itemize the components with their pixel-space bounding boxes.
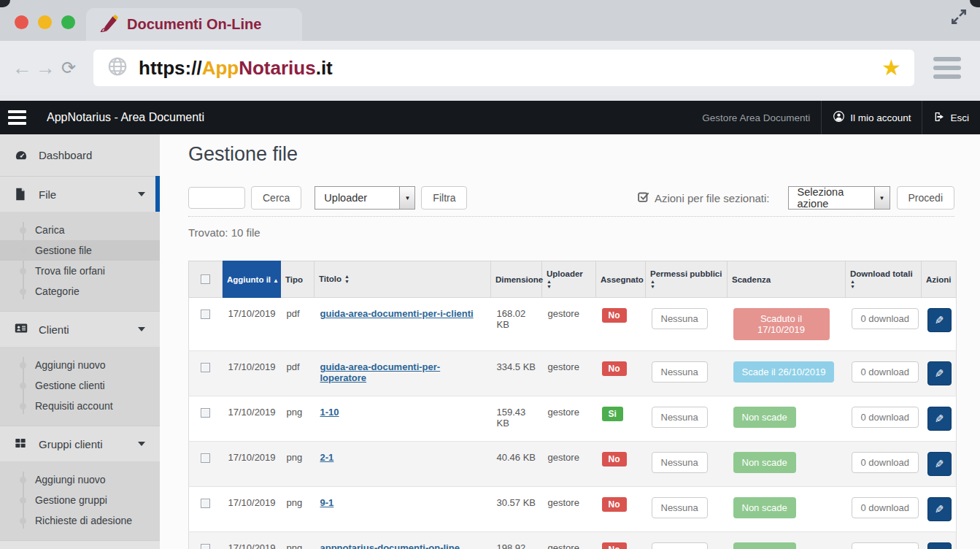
- sidebar-item-trova-file-orfani[interactable]: Trova file orfani: [0, 261, 160, 281]
- expiry-badge: Non scade: [733, 407, 796, 428]
- edit-button[interactable]: ✎: [927, 542, 952, 549]
- row-checkbox[interactable]: [201, 544, 210, 549]
- browser-window: Documenti On-Line ← → ⟳ https://AppNotar…: [0, 0, 980, 549]
- row-checkbox[interactable]: [201, 453, 210, 463]
- permissions-button[interactable]: Nessuna: [652, 542, 708, 549]
- sidebar-item-carica[interactable]: Carica: [0, 220, 160, 240]
- header-permessi-pubblici[interactable]: Permessi pubblici▲▼: [646, 261, 728, 298]
- sidebar-item-categorie[interactable]: Categorie: [0, 281, 160, 302]
- sidebar-item-gruppi-clienti[interactable]: Gruppi clienti: [0, 426, 160, 461]
- sidebar-item-aggiungi-nuovo-gruppo[interactable]: Aggiungi nuovo: [0, 469, 160, 490]
- chevron-down-icon: [138, 192, 145, 196]
- file-title-link[interactable]: 2-1: [320, 452, 334, 463]
- expiry-badge: Scaduto il 17/10/2019: [733, 308, 830, 340]
- row-checkbox[interactable]: [201, 499, 210, 508]
- header-select-all: [189, 261, 223, 298]
- file-title-link[interactable]: 1-10: [320, 407, 339, 418]
- select-arrow-icon: ▼: [874, 187, 890, 209]
- permissions-button[interactable]: Nessuna: [652, 308, 708, 329]
- close-window-button[interactable]: [15, 15, 28, 29]
- uploader-select[interactable]: Uploader ▼: [315, 186, 415, 210]
- row-checkbox[interactable]: [201, 408, 210, 418]
- sidebar-toggle-icon[interactable]: [0, 101, 35, 134]
- sidebar-item-file[interactable]: File: [0, 176, 160, 212]
- bookmark-star-icon[interactable]: ★: [881, 57, 901, 79]
- minimize-window-button[interactable]: [38, 15, 52, 29]
- cell-size: 40.46 KB: [491, 442, 542, 487]
- permissions-button[interactable]: Nessuna: [652, 407, 708, 428]
- expiry-badge: Non scade: [733, 542, 796, 549]
- sidebar-item-richieste-di-adesione[interactable]: Richieste di adesione: [0, 510, 160, 531]
- browser-menu-icon[interactable]: [933, 57, 961, 79]
- header-download-totali[interactable]: Download totali▲▼: [846, 261, 922, 298]
- edit-button[interactable]: ✎: [927, 497, 952, 521]
- header-aggiunto-il[interactable]: Aggiunto il▲: [223, 261, 281, 298]
- user-circle-icon: [833, 110, 845, 125]
- cell-type: png: [281, 487, 315, 532]
- back-icon[interactable]: ←: [10, 58, 34, 78]
- edit-button[interactable]: ✎: [927, 452, 952, 476]
- my-account-link[interactable]: Il mio account: [821, 101, 922, 134]
- downloads-button[interactable]: 0 download: [852, 542, 919, 549]
- forward-icon[interactable]: →: [34, 58, 57, 78]
- edit-button[interactable]: ✎: [927, 407, 952, 431]
- search-input[interactable]: [188, 187, 245, 209]
- browser-tab[interactable]: Documenti On-Line: [86, 8, 302, 41]
- filter-button[interactable]: Filtra: [421, 186, 467, 210]
- downloads-button[interactable]: 0 download: [852, 407, 919, 428]
- downloads-button[interactable]: 0 download: [852, 452, 919, 473]
- downloads-button[interactable]: 0 download: [852, 361, 919, 383]
- table-row: 17/10/2019png9-130.57 KBgestoreNoNessuna…: [189, 487, 957, 532]
- reload-icon[interactable]: ⟳: [57, 59, 80, 77]
- sidebar-item-gestione-file[interactable]: Gestione file: [0, 240, 160, 261]
- id-card-icon: [15, 323, 28, 336]
- page-title: Gestione file: [188, 143, 954, 166]
- permissions-button[interactable]: Nessuna: [652, 452, 708, 473]
- permissions-button[interactable]: Nessuna: [652, 497, 708, 518]
- clienti-submenu: Aggiungi nuovo Gestione clienti Requisit…: [0, 347, 160, 426]
- downloads-button[interactable]: 0 download: [852, 497, 919, 518]
- sidebar-item-gestione-gruppi[interactable]: Gestione gruppi: [0, 490, 160, 510]
- url-bar[interactable]: https://AppNotarius.it ★: [93, 50, 914, 86]
- sort-icon: ▲▼: [344, 274, 350, 284]
- cell-date: 17/10/2019: [223, 298, 281, 351]
- row-checkbox[interactable]: [201, 363, 210, 372]
- bulk-action-select[interactable]: Seleziona azione ▼: [788, 186, 890, 210]
- cell-size: 168.02 KB: [491, 298, 542, 351]
- edit-button[interactable]: ✎: [927, 308, 952, 332]
- sidebar-item-aggiungi-nuovo-cliente[interactable]: Aggiungi nuovo: [0, 355, 160, 375]
- bulk-actions-label: Azioni per file sezionati:: [637, 191, 770, 205]
- logout-link[interactable]: Esci: [922, 101, 980, 134]
- sidebar-item-gestione-clienti[interactable]: Gestione clienti: [0, 375, 160, 396]
- file-title-link[interactable]: appnotarius-documenti-on-line: [320, 542, 460, 549]
- header-uploader[interactable]: Uploader▲▼: [542, 261, 596, 298]
- header-dimensione: Dimensione: [491, 261, 542, 298]
- globe-icon: [107, 55, 128, 80]
- permissions-button[interactable]: Nessuna: [652, 361, 708, 383]
- cell-uploader: gestore: [542, 487, 596, 532]
- expiry-badge: Non scade: [733, 497, 796, 518]
- select-all-checkbox[interactable]: [201, 274, 210, 284]
- assigned-badge: No: [602, 542, 627, 549]
- sidebar-item-dashboard[interactable]: Dashboard: [0, 134, 160, 176]
- file-title-link[interactable]: 9-1: [320, 497, 334, 508]
- file-title-link[interactable]: guida-area-documenti-per-loperatore: [320, 361, 441, 383]
- proceed-button[interactable]: Procedi: [897, 186, 954, 210]
- sidebar-item-requisiti-account[interactable]: Requisiti account: [0, 396, 160, 416]
- cell-date: 17/10/2019: [223, 396, 281, 442]
- cell-uploader: gestore: [542, 351, 596, 396]
- downloads-button[interactable]: 0 download: [852, 308, 919, 329]
- header-titolo[interactable]: Titolo▲▼: [315, 261, 491, 298]
- edit-button[interactable]: ✎: [927, 361, 952, 385]
- zoom-window-button[interactable]: [61, 15, 75, 29]
- cell-size: 30.57 KB: [491, 487, 542, 532]
- sidebar-item-clienti[interactable]: Clienti: [0, 311, 160, 347]
- row-checkbox[interactable]: [201, 310, 210, 319]
- fullscreen-icon[interactable]: [949, 7, 968, 29]
- header-assegnato: Assegnato: [596, 261, 646, 298]
- file-title-link[interactable]: guida-area-documenti-per-i-clienti: [320, 308, 474, 319]
- table-header-row: Aggiunto il▲ Tipo Titolo▲▼ Dimensione Up…: [189, 261, 957, 298]
- search-button[interactable]: Cerca: [251, 186, 301, 210]
- cell-date: 17/10/2019: [223, 532, 281, 549]
- grid-icon: [15, 437, 28, 450]
